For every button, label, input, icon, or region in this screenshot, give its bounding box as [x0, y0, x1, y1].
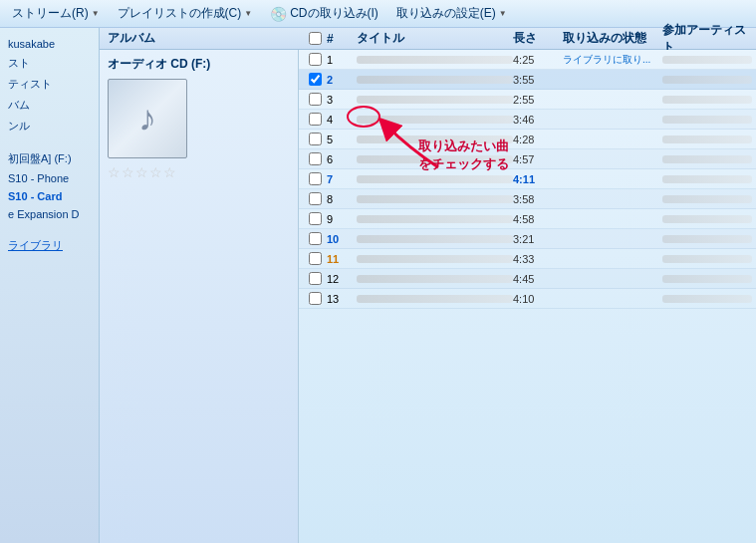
- menu-playlist-label: プレイリストの作成(C): [118, 5, 242, 22]
- track-4-check[interactable]: [303, 113, 327, 126]
- menu-bar: ストリーム(R) ▼ プレイリストの作成(C) ▼ 💿 CDの取り込み(I) 取…: [0, 0, 756, 28]
- track-6-title: [357, 155, 513, 163]
- track-13-num: 13: [327, 293, 357, 305]
- sidebar-item-bam[interactable]: バム: [4, 96, 95, 115]
- track-5-artist: [662, 136, 752, 143]
- track-9-num: 9: [327, 213, 357, 225]
- album-location: オーディオ CD (F:): [108, 56, 210, 73]
- menu-playlist[interactable]: プレイリストの作成(C) ▼: [110, 2, 261, 25]
- track-4-title: [357, 116, 513, 124]
- track-11-artist: [662, 255, 752, 263]
- track-7-length: 4:11: [513, 173, 563, 185]
- star-3[interactable]: ☆: [135, 164, 148, 180]
- track-12-num: 12: [327, 273, 357, 285]
- track-11-length: 4:33: [513, 253, 563, 265]
- track-7-artist: [662, 175, 752, 183]
- sidebar: kusakabe スト ティスト バム ンル 初回盤A] (F:) S10 - …: [0, 28, 100, 543]
- track-10-length: 3:21: [513, 233, 563, 245]
- album-info: オーディオ CD (F:) ♪ ☆ ☆ ☆ ☆ ☆: [100, 50, 299, 543]
- sidebar-item-st[interactable]: スト: [4, 54, 95, 73]
- track-2-artist: [662, 76, 752, 84]
- track-7-check[interactable]: [303, 172, 327, 185]
- content-body: オーディオ CD (F:) ♪ ☆ ☆ ☆ ☆ ☆ 1: [100, 50, 756, 543]
- track-13-title: [357, 295, 513, 303]
- track-13-length: 4:10: [513, 293, 563, 305]
- track-9-check[interactable]: [303, 212, 327, 225]
- table-row: 5 4:28: [299, 130, 756, 149]
- sidebar-item-nru[interactable]: ンル: [4, 117, 95, 136]
- menu-stream[interactable]: ストリーム(R) ▼: [4, 2, 108, 25]
- rip-settings-arrow-icon: ▼: [499, 9, 507, 18]
- table-row: 12 4:45: [299, 269, 756, 289]
- star-4[interactable]: ☆: [149, 164, 162, 180]
- track-4-num: 4: [327, 114, 357, 126]
- header-status: 取り込みの状態: [563, 30, 662, 47]
- track-10-check[interactable]: [303, 232, 327, 245]
- track-5-check[interactable]: [303, 133, 327, 145]
- track-11-check[interactable]: [303, 252, 327, 265]
- track-9-length: 4:58: [513, 213, 563, 225]
- track-3-title: [357, 96, 513, 104]
- select-all-checkbox[interactable]: [309, 32, 322, 45]
- track-3-num: 3: [327, 94, 357, 106]
- header-title: タイトル: [357, 30, 513, 47]
- sidebar-item-tist[interactable]: ティスト: [4, 75, 95, 94]
- header-check: [303, 32, 327, 45]
- track-5-title: [357, 136, 513, 143]
- track-8-artist: [662, 195, 752, 203]
- music-note-icon: ♪: [138, 98, 156, 139]
- track-3-check[interactable]: [303, 93, 327, 106]
- sidebar-item-s10-phone[interactable]: S10 - Phone: [4, 170, 95, 186]
- sidebar-item-kusakabe[interactable]: kusakabe: [4, 36, 95, 52]
- track-1-status: ライブラリに取り...: [563, 53, 662, 67]
- table-row: 3 2:55: [299, 90, 756, 110]
- star-1[interactable]: ☆: [108, 164, 121, 180]
- track-10-artist: [662, 235, 752, 243]
- track-6-artist: [662, 155, 752, 163]
- table-row: 13 4:10: [299, 289, 756, 309]
- tracks-area: 1 4:25 ライブラリに取り... 2 3:55: [299, 50, 756, 543]
- table-row: 9 4:58: [299, 209, 756, 229]
- track-10-num: 10: [327, 233, 357, 245]
- track-12-length: 4:45: [513, 273, 563, 285]
- track-7-num: 7: [327, 173, 357, 185]
- table-row: 2 3:55: [299, 70, 756, 90]
- track-13-check[interactable]: [303, 292, 327, 305]
- track-9-artist: [662, 215, 752, 223]
- track-8-title: [357, 195, 513, 203]
- menu-rip[interactable]: 💿 CDの取り込み(I): [262, 2, 386, 25]
- track-5-num: 5: [327, 134, 357, 145]
- track-8-check[interactable]: [303, 192, 327, 205]
- track-7-title: [357, 175, 513, 183]
- track-9-title: [357, 215, 513, 223]
- table-row: 4 3:46: [299, 110, 756, 130]
- table-row: 11 4:33: [299, 249, 756, 269]
- content-pane: アルバム # タイトル 長さ 取り込みの状態 参加アーティスト オーディオ CD…: [100, 28, 756, 543]
- track-1-check[interactable]: [303, 53, 327, 66]
- track-12-check[interactable]: [303, 272, 327, 285]
- track-11-num: 11: [327, 253, 357, 265]
- table-header: アルバム # タイトル 長さ 取り込みの状態 参加アーティスト: [100, 28, 756, 50]
- track-1-length: 4:25: [513, 54, 563, 66]
- sidebar-item-library[interactable]: ライブラリ: [4, 236, 95, 255]
- sidebar-item-expansion[interactable]: e Expansion D: [4, 206, 95, 222]
- sidebar-item-shokai[interactable]: 初回盤A] (F:): [4, 149, 95, 168]
- menu-rip-label: CDの取り込み(I): [290, 5, 378, 22]
- table-row: 8 3:58: [299, 189, 756, 209]
- star-2[interactable]: ☆: [122, 164, 134, 180]
- track-8-length: 3:58: [513, 193, 563, 205]
- track-6-check[interactable]: [303, 152, 327, 165]
- track-3-length: 2:55: [513, 94, 563, 106]
- track-2-check[interactable]: [303, 73, 327, 86]
- track-13-artist: [662, 295, 752, 303]
- track-2-length: 3:55: [513, 74, 563, 86]
- track-1-num: 1: [327, 54, 357, 66]
- star-rating[interactable]: ☆ ☆ ☆ ☆ ☆: [108, 164, 176, 180]
- sidebar-item-s10-card[interactable]: S10 - Card: [4, 188, 95, 204]
- header-num: #: [327, 32, 357, 46]
- table-row: 1 4:25 ライブラリに取り...: [299, 50, 756, 70]
- star-5[interactable]: ☆: [163, 164, 176, 180]
- stream-arrow-icon: ▼: [92, 9, 100, 18]
- menu-rip-settings[interactable]: 取り込みの設定(E) ▼: [388, 2, 515, 25]
- track-2-num: 2: [327, 74, 357, 86]
